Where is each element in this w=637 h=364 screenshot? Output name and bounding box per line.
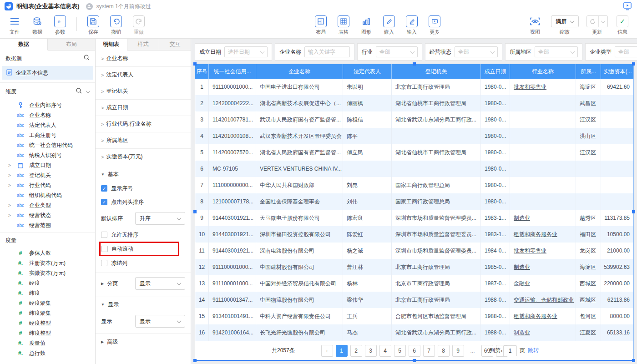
dimension-item[interactable]: abc纳税人识别号 (0, 150, 95, 160)
checkbox-freeze-column[interactable]: 冻结列 (101, 256, 185, 270)
dimension-item[interactable]: >abc经营状态 (0, 210, 95, 220)
checkbox-auto-scroll-highlighted[interactable]: 自动滚动 (99, 242, 179, 256)
search-icon[interactable] (76, 88, 82, 95)
table-row[interactable]: 13911100001000...中国对外经济贸易信托有限公司杨林北京市工商行政… (195, 275, 633, 292)
column-header[interactable]: 法定代表人 (343, 64, 392, 79)
section-basic[interactable]: ▼ 基本 (101, 167, 185, 182)
goto-page-input[interactable] (503, 345, 517, 356)
measure-item[interactable]: #经度聚集 (0, 298, 95, 308)
page-button[interactable]: 7 (423, 345, 435, 357)
section-advanced[interactable]: ▶ 高级 (101, 334, 185, 349)
table-row[interactable]: 14911100001347...中国物流股份有限公司梁伟华北京市工商行政管理局… (195, 292, 633, 308)
filter-select[interactable]: 全部 (376, 46, 418, 57)
zoom-dropdown[interactable]: 满屏 (551, 15, 579, 27)
table-row[interactable]: 5114200007570...湖北省人民政府国有资产监督管...傅立民湖北省仙… (195, 144, 633, 161)
table-row[interactable]: 10914403001921...深圳市福田投资控股有限公司陈爱虹深圳市市场和质… (195, 226, 633, 243)
expand-caret-icon[interactable]: > (101, 105, 104, 111)
checkbox-allow-unsorted[interactable]: 允许无排序 (101, 228, 185, 242)
column-header[interactable]: 序号 (195, 64, 209, 79)
page-button[interactable]: 6 (409, 345, 420, 357)
update-button[interactable] (586, 15, 608, 27)
industry-link[interactable]: 制造业 (514, 214, 530, 222)
filter-select[interactable]: 全部 (455, 46, 498, 57)
display-select[interactable]: 显示 (135, 315, 185, 328)
checkbox-click-sort[interactable]: ✓ 点击列头排序 (101, 195, 185, 209)
parameter-button[interactable]: x̄: 参数 (51, 15, 69, 35)
expand-caret-icon[interactable]: > (101, 138, 104, 143)
expand-caret-icon[interactable]: > (101, 72, 104, 78)
dimension-item[interactable]: abc经营范围 (0, 220, 95, 230)
table-row[interactable]: 6MC-97105VERTEX VENTURES CHINA IV...1980… (195, 161, 633, 177)
table-row[interactable]: 11914403001921...深南电路股份有限公司杨之诚深圳市市场和质量监督… (195, 243, 633, 259)
resize-handle-bottom-right[interactable] (632, 359, 635, 362)
measure-item[interactable]: #经度整型 (0, 318, 95, 328)
industry-link[interactable]: 制造业 (514, 329, 530, 337)
resize-handle-bottom-center[interactable] (413, 359, 416, 362)
expand-caret-icon[interactable]: > (101, 89, 104, 94)
industry-link[interactable]: 批发和零售业 (514, 247, 546, 255)
industry-link[interactable]: 制造业 (514, 263, 530, 271)
expand-caret-icon[interactable]: > (7, 183, 12, 188)
input-button[interactable]: 输入 (403, 15, 421, 35)
dimension-item[interactable]: >abc登记机关 (0, 170, 95, 180)
search-icon[interactable] (84, 55, 90, 62)
measure-item[interactable]: #.实缴资本(万元) (0, 268, 95, 278)
page-button[interactable]: 8 (438, 345, 450, 357)
resize-handle-mid-left[interactable] (193, 210, 197, 213)
measure-item[interactable]: #.经度 (0, 278, 95, 288)
dimension-item[interactable]: 企业内部序号 (0, 100, 95, 110)
industry-link[interactable]: 租赁和商务服务业 (514, 313, 557, 320)
default-sort-select[interactable]: 升序 (135, 212, 185, 225)
page-button[interactable]: 1 (336, 345, 348, 357)
table-field-item[interactable]: >行业代码.行业名称 (96, 116, 191, 132)
table-row[interactable]: 1911100001000...中国电子进出口有限公司朱以明北京市工商行政管理局… (195, 79, 633, 95)
table-row[interactable]: 7111000000000...中华人民共和国财政部刘昆国家工商行政管理总局19… (195, 177, 633, 193)
dimension-item[interactable]: >abc企业类型 (0, 200, 95, 210)
datasource-item[interactable]: 企业基本信息 (2, 66, 93, 80)
layout-button[interactable]: 布局 (312, 15, 330, 35)
view-button[interactable]: 视图 (526, 15, 544, 35)
page-button[interactable]: 9 (452, 345, 464, 357)
table-row[interactable]: 3114201007781...武汉市人民政府国有资产监督管...陈祖信湖北省武… (195, 111, 633, 128)
measure-item[interactable]: #.度量值 (0, 338, 95, 348)
dimension-item[interactable]: abc组织机构代码 (0, 190, 95, 200)
table-field-item[interactable]: >成立日期 (96, 100, 191, 116)
page-button[interactable]: 5 (394, 345, 406, 357)
tab-interaction[interactable]: 交互 (159, 39, 191, 50)
detail-table-widget[interactable]: 序号统一社会信用...企业名称法定代表人登记机关成立日期行业名称所属...实缴资… (195, 64, 634, 360)
filter-select[interactable]: 选择日期 (224, 46, 268, 57)
section-paging[interactable]: ▶ 分页 (101, 280, 135, 288)
table-field-item[interactable]: >实缴资本(万元) (96, 149, 191, 165)
data-button[interactable]: 数据 (28, 15, 46, 35)
dimension-item[interactable]: >成立日期 (0, 160, 95, 170)
industry-link[interactable]: 金融业 (514, 280, 530, 288)
measure-item[interactable]: #.注册资本(万元) (0, 258, 95, 268)
resize-handle-mid-right[interactable] (632, 210, 635, 213)
column-header[interactable]: 企业名称 (256, 64, 343, 79)
column-header[interactable]: 所属... (576, 64, 601, 79)
expand-caret-icon[interactable]: > (101, 121, 104, 127)
filter-select[interactable]: 全部 (615, 46, 637, 57)
industry-link[interactable]: 交通运输、仓储和邮政业 (514, 296, 574, 304)
redo-button[interactable]: 重做 (130, 15, 148, 35)
resize-handle-bottom-left[interactable] (193, 359, 197, 362)
chart-button[interactable]: 图形 (357, 15, 375, 35)
expand-caret-icon[interactable]: > (7, 213, 12, 218)
preview-icon[interactable] (622, 2, 632, 10)
resize-handle-top-center[interactable] (413, 62, 416, 66)
table-row[interactable]: 9914403001921...天马微电子股份有限公司陈宏良深圳市市场和质量监督… (195, 210, 633, 226)
column-header[interactable]: 统一社会信用... (209, 64, 256, 79)
embed-button[interactable]: 嵌入 (380, 15, 398, 35)
page-button[interactable]: 2 (350, 345, 362, 357)
dimension-item[interactable]: abc统一社会信用代码 (0, 140, 95, 150)
measure-item[interactable]: #.总行数 (0, 348, 95, 358)
table-row[interactable]: 12911100001000...中国建材股份有限公司曹江林北京市工商行政管理局… (195, 259, 633, 275)
table-row[interactable]: 8121000007178...全国社会保障基金理事会刘伟国家工商行政管理总局1… (195, 193, 633, 210)
section-display[interactable]: ▼ 显示 (101, 297, 185, 312)
expand-caret-icon[interactable]: > (101, 56, 104, 61)
expand-caret-icon[interactable]: > (101, 154, 104, 160)
collapse-chevron-icon[interactable] (86, 89, 91, 93)
prev-page-button[interactable]: ‹ (321, 345, 333, 357)
checkbox-show-rownum[interactable]: ✓ 显示序号 (101, 182, 185, 195)
table-field-item[interactable]: >所属地区 (96, 132, 191, 149)
